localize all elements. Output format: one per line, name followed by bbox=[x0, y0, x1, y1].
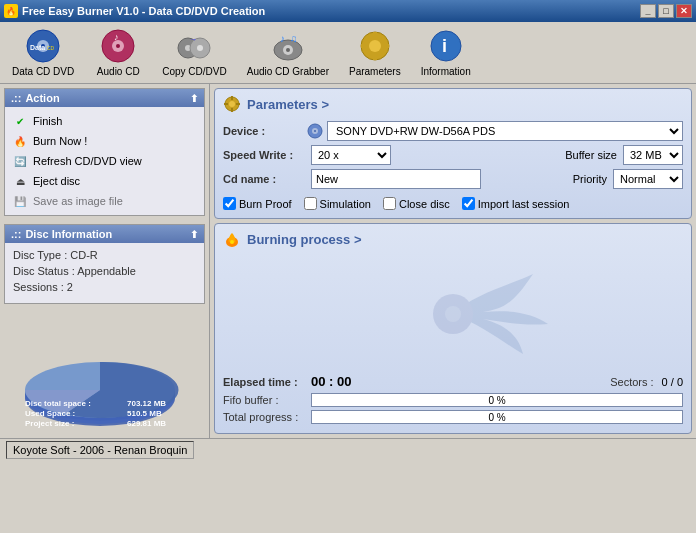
action-section: .:: Action ⬆ ✔ Finish 🔥 Burn Now ! 🔄 Ref… bbox=[4, 88, 205, 216]
action-refresh[interactable]: 🔄 Refresh CD/DVD view bbox=[9, 151, 200, 171]
status-text: Koyote Soft - 2006 - Renan Broquin bbox=[13, 444, 187, 456]
buffer-label: Buffer size bbox=[565, 149, 617, 161]
svg-point-20 bbox=[369, 40, 381, 52]
svg-rect-23 bbox=[361, 44, 367, 48]
disc-type-row: Disc Type : CD-R bbox=[13, 249, 196, 261]
toolbar-item-audio-cd[interactable]: ♪ Audio CD bbox=[88, 26, 148, 79]
fifo-progress-bar: 0 % bbox=[311, 393, 683, 407]
action-list: ✔ Finish 🔥 Burn Now ! 🔄 Refresh CD/DVD v… bbox=[5, 107, 204, 215]
burning-content bbox=[223, 254, 683, 374]
total-row: Total progress : 0 % bbox=[223, 410, 683, 424]
action-burn-now[interactable]: 🔥 Burn Now ! bbox=[9, 131, 200, 151]
audio-grabber-icon: ♪ ♫ bbox=[270, 28, 306, 64]
toolbar-label-data-cd-dvd: Data CD DVD bbox=[12, 66, 74, 77]
pie-area: Disc total space : Used Space : Project … bbox=[0, 308, 209, 438]
svg-text:♪: ♪ bbox=[114, 32, 119, 42]
toolbar-item-copy-cd-dvd[interactable]: → Copy CD/DVD bbox=[156, 26, 232, 79]
total-progress-text: 0 % bbox=[312, 411, 682, 423]
action-eject[interactable]: ⏏ Eject disc bbox=[9, 171, 200, 191]
disc-sessions-row: Sessions : 2 bbox=[13, 281, 196, 293]
elapsed-row: Elapsed time : 00 : 00 Sectors : 0 / 0 bbox=[223, 374, 683, 389]
status-bar: Koyote Soft - 2006 - Renan Broquin bbox=[0, 438, 696, 460]
finish-icon: ✔ bbox=[13, 114, 27, 128]
sectors-label: Sectors : bbox=[610, 376, 653, 388]
burning-logo bbox=[353, 254, 553, 374]
svg-text:Project size :: Project size : bbox=[25, 419, 74, 428]
close-button[interactable]: ✕ bbox=[676, 4, 692, 18]
device-select[interactable]: SONY DVD+RW DW-D56A PDS bbox=[327, 121, 683, 141]
svg-text:Data: Data bbox=[30, 44, 45, 51]
disc-info-collapse-button[interactable]: ⬆ bbox=[190, 229, 198, 240]
svg-point-7 bbox=[116, 44, 120, 48]
parameters-title: Parameters > bbox=[223, 95, 683, 113]
toolbar-item-data-cd-dvd[interactable]: Data CD Data CD DVD bbox=[6, 26, 80, 79]
svg-text:CD: CD bbox=[47, 45, 55, 51]
save-image-icon: 💾 bbox=[13, 194, 27, 208]
action-refresh-label: Refresh CD/DVD view bbox=[33, 155, 142, 167]
information-icon: i bbox=[428, 28, 464, 64]
maximize-button[interactable]: □ bbox=[658, 4, 674, 18]
burning-box: Burning process > Elapsed time : 00 : 00… bbox=[214, 223, 692, 434]
params-gear-icon bbox=[223, 95, 241, 113]
total-label: Total progress : bbox=[223, 411, 303, 423]
toolbar-item-audio-grabber[interactable]: ♪ ♫ Audio CD Grabber bbox=[241, 26, 335, 79]
disc-type-text: Disc Type : CD-R bbox=[13, 249, 98, 261]
speed-row: Speed Write : 1 x2 x4 x8 x16 x20 x24 x48… bbox=[223, 145, 683, 165]
simulation-label: Simulation bbox=[320, 198, 371, 210]
data-cd-dvd-icon: Data CD bbox=[25, 28, 61, 64]
disc-info-header-dots: .:: bbox=[11, 228, 21, 240]
speed-label: Speed Write : bbox=[223, 149, 303, 161]
svg-rect-44 bbox=[236, 103, 240, 105]
svg-rect-42 bbox=[231, 108, 233, 112]
close-disc-checkbox-item: Close disc bbox=[383, 197, 450, 210]
close-disc-label: Close disc bbox=[399, 198, 450, 210]
svg-point-47 bbox=[314, 130, 316, 132]
device-row: Device : SONY DVD+RW DW-D56A PDS bbox=[223, 121, 683, 141]
right-panel: Parameters > Device : SONY DVD+RW DW-D56… bbox=[210, 84, 696, 438]
import-last-checkbox-item: Import last session bbox=[462, 197, 570, 210]
copy-cd-dvd-icon: → bbox=[176, 28, 212, 64]
burn-proof-label: Burn Proof bbox=[239, 198, 292, 210]
cdname-input[interactable] bbox=[311, 169, 481, 189]
close-disc-checkbox[interactable] bbox=[383, 197, 396, 210]
toolbar-item-parameters[interactable]: Parameters bbox=[343, 26, 407, 79]
svg-rect-22 bbox=[373, 54, 377, 60]
disc-info-title: Disc Information bbox=[21, 228, 190, 240]
disc-sessions-text: Sessions : 2 bbox=[13, 281, 73, 293]
svg-point-49 bbox=[230, 240, 234, 244]
checkboxes-row: Burn Proof Simulation Close disc Import … bbox=[223, 195, 683, 212]
action-finish[interactable]: ✔ Finish bbox=[9, 111, 200, 131]
toolbar-label-parameters: Parameters bbox=[349, 66, 401, 77]
elapsed-label: Elapsed time : bbox=[223, 376, 303, 388]
burning-stats: Elapsed time : 00 : 00 Sectors : 0 / 0 F… bbox=[223, 374, 683, 427]
disc-info-header: .:: Disc Information ⬆ bbox=[5, 225, 204, 243]
toolbar-label-copy: Copy CD/DVD bbox=[162, 66, 226, 77]
import-last-checkbox[interactable] bbox=[462, 197, 475, 210]
speed-select[interactable]: 1 x2 x4 x8 x16 x20 x24 x48 x bbox=[311, 145, 391, 165]
svg-text:→: → bbox=[189, 35, 197, 44]
toolbar-item-information[interactable]: i Information bbox=[415, 26, 477, 79]
toolbar-label-audio-grabber: Audio CD Grabber bbox=[247, 66, 329, 77]
simulation-checkbox[interactable] bbox=[304, 197, 317, 210]
total-progress-bar: 0 % bbox=[311, 410, 683, 424]
svg-text:♪: ♪ bbox=[280, 33, 285, 44]
device-label: Device : bbox=[223, 125, 303, 137]
parameters-title-text: Parameters > bbox=[247, 97, 329, 112]
eject-icon: ⏏ bbox=[13, 174, 27, 188]
svg-text:i: i bbox=[442, 36, 447, 56]
disc-info-content: Disc Type : CD-R Disc Status : Appendabl… bbox=[5, 243, 204, 303]
title-bar: 🔥 Free Easy Burner V1.0 - Data CD/DVD Cr… bbox=[0, 0, 696, 22]
minimize-button[interactable]: _ bbox=[640, 4, 656, 18]
cdname-row: Cd name : Priority LowNormalHigh bbox=[223, 169, 683, 189]
sectors-value: 0 / 0 bbox=[662, 376, 683, 388]
svg-point-12 bbox=[197, 45, 203, 51]
svg-text:Disc total space :: Disc total space : bbox=[25, 399, 91, 408]
buffer-select[interactable]: 16 MB32 MB64 MB bbox=[623, 145, 683, 165]
svg-rect-24 bbox=[383, 44, 389, 48]
action-collapse-button[interactable]: ⬆ bbox=[190, 93, 198, 104]
fifo-row: Fifo buffer : 0 % bbox=[223, 393, 683, 407]
burn-proof-checkbox[interactable] bbox=[223, 197, 236, 210]
action-save-image[interactable]: 💾 Save as image file bbox=[9, 191, 200, 211]
action-header-dots: .:: bbox=[11, 92, 21, 104]
priority-select[interactable]: LowNormalHigh bbox=[613, 169, 683, 189]
